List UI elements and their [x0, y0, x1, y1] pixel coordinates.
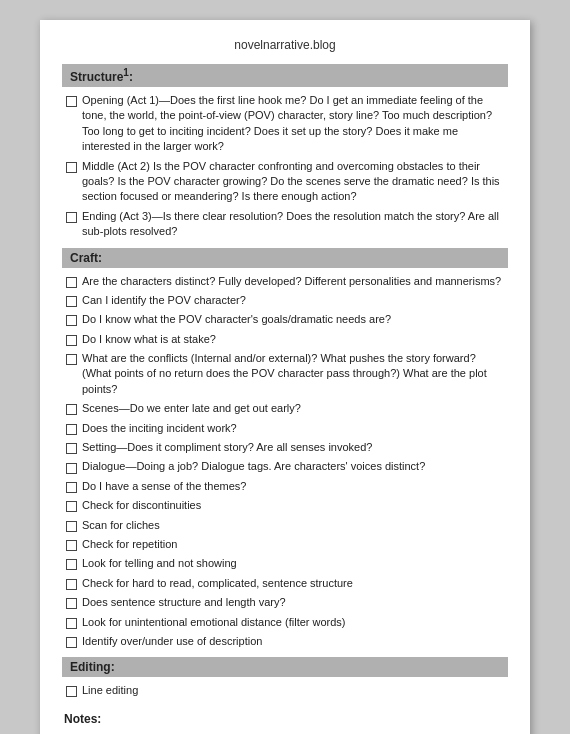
structure-label: Structure1:: [70, 70, 133, 84]
checkbox-cell[interactable]: [62, 535, 80, 554]
text-cell: Check for discontinuities: [80, 496, 508, 515]
table-row: Does sentence structure and length vary?: [62, 593, 508, 612]
checkbox-cell[interactable]: [62, 613, 80, 632]
craft-table: Are the characters distinct? Fully devel…: [62, 272, 508, 652]
text-cell: Dialogue—Doing a job? Dialogue tags. Are…: [80, 457, 508, 476]
checkbox-cell[interactable]: [62, 496, 80, 515]
table-row: Check for hard to read, complicated, sen…: [62, 574, 508, 593]
table-row: Do I have a sense of the themes?: [62, 477, 508, 496]
checkbox-icon[interactable]: [66, 618, 77, 629]
checkbox-icon[interactable]: [66, 579, 77, 590]
text-cell: Ending (Act 3)—Is there clear resolution…: [80, 207, 508, 242]
checkbox-icon[interactable]: [66, 335, 77, 346]
table-row: Look for telling and not showing: [62, 554, 508, 573]
checkbox-cell[interactable]: [62, 419, 80, 438]
table-row: Scenes—Do we enter late and get out earl…: [62, 399, 508, 418]
text-cell: Do I know what is at stake?: [80, 330, 508, 349]
checkbox-icon[interactable]: [66, 212, 77, 223]
table-row: Does the inciting incident work?: [62, 419, 508, 438]
checkbox-icon[interactable]: [66, 277, 77, 288]
structure-header: Structure1:: [62, 64, 508, 87]
craft-header: Craft:: [62, 248, 508, 268]
checkbox-cell[interactable]: [62, 291, 80, 310]
editing-header: Editing:: [62, 657, 508, 677]
notes-label: Notes:: [62, 707, 122, 730]
checkbox-icon[interactable]: [66, 482, 77, 493]
text-cell: Does sentence structure and length vary?: [80, 593, 508, 612]
text-cell: Do I know what the POV character's goals…: [80, 310, 508, 329]
table-row: Do I know what the POV character's goals…: [62, 310, 508, 329]
text-cell: Are the characters distinct? Fully devel…: [80, 272, 508, 291]
editing-table: Line editing: [62, 681, 508, 700]
table-row: Identify over/under use of description: [62, 632, 508, 651]
checkbox-cell[interactable]: [62, 632, 80, 651]
checkbox-cell[interactable]: [62, 438, 80, 457]
checkbox-icon[interactable]: [66, 296, 77, 307]
checkbox-cell[interactable]: [62, 477, 80, 496]
checkbox-cell[interactable]: [62, 593, 80, 612]
structure-table: Opening (Act 1)—Does the first line hook…: [62, 91, 508, 242]
page: novelnarrative.blog Structure1: Opening …: [40, 20, 530, 734]
checkbox-icon[interactable]: [66, 521, 77, 532]
checkbox-cell[interactable]: [62, 457, 80, 476]
table-row: What are the conflicts (Internal and/or …: [62, 349, 508, 399]
text-cell: Check for hard to read, complicated, sen…: [80, 574, 508, 593]
table-row: Setting—Does it compliment story? Are al…: [62, 438, 508, 457]
checkbox-cell[interactable]: [62, 91, 80, 157]
checkbox-cell[interactable]: [62, 399, 80, 418]
checkbox-cell[interactable]: [62, 272, 80, 291]
text-cell: Look for telling and not showing: [80, 554, 508, 573]
table-row: Dialogue—Doing a job? Dialogue tags. Are…: [62, 457, 508, 476]
checkbox-icon[interactable]: [66, 424, 77, 435]
text-cell: Identify over/under use of description: [80, 632, 508, 651]
checkbox-icon[interactable]: [66, 559, 77, 570]
table-row: Line editing: [62, 681, 508, 700]
text-cell: Scenes—Do we enter late and get out earl…: [80, 399, 508, 418]
checkbox-icon[interactable]: [66, 686, 77, 697]
table-row: Check for repetition: [62, 535, 508, 554]
checkbox-icon[interactable]: [66, 443, 77, 454]
table-row: Middle (Act 2) Is the POV character conf…: [62, 157, 508, 207]
checkbox-cell[interactable]: [62, 516, 80, 535]
checkbox-cell[interactable]: [62, 310, 80, 329]
checkbox-cell[interactable]: [62, 330, 80, 349]
checkbox-icon[interactable]: [66, 463, 77, 474]
text-cell: What are the conflicts (Internal and/or …: [80, 349, 508, 399]
checkbox-icon[interactable]: [66, 354, 77, 365]
checkbox-icon[interactable]: [66, 315, 77, 326]
text-cell: Line editing: [80, 681, 508, 700]
checkbox-icon[interactable]: [66, 162, 77, 173]
craft-label: Craft:: [70, 251, 102, 265]
checkbox-icon[interactable]: [66, 404, 77, 415]
table-row: Check for discontinuities: [62, 496, 508, 515]
table-row: Can I identify the POV character?: [62, 291, 508, 310]
checkbox-cell[interactable]: [62, 207, 80, 242]
text-cell: Look for unintentional emotional distanc…: [80, 613, 508, 632]
table-row: Opening (Act 1)—Does the first line hook…: [62, 91, 508, 157]
checkbox-cell[interactable]: [62, 574, 80, 593]
table-row: Do I know what is at stake?: [62, 330, 508, 349]
text-cell: Middle (Act 2) Is the POV character conf…: [80, 157, 508, 207]
checkbox-cell[interactable]: [62, 349, 80, 399]
table-row: Are the characters distinct? Fully devel…: [62, 272, 508, 291]
checkbox-cell[interactable]: [62, 554, 80, 573]
checkbox-cell[interactable]: [62, 157, 80, 207]
text-cell: Opening (Act 1)—Does the first line hook…: [80, 91, 508, 157]
checkbox-icon[interactable]: [66, 540, 77, 551]
text-cell: Do I have a sense of the themes?: [80, 477, 508, 496]
text-cell: Setting—Does it compliment story? Are al…: [80, 438, 508, 457]
table-row: Look for unintentional emotional distanc…: [62, 613, 508, 632]
text-cell: Check for repetition: [80, 535, 508, 554]
checkbox-icon[interactable]: [66, 501, 77, 512]
editing-label: Editing:: [70, 660, 115, 674]
notes-table: Notes:: [62, 707, 508, 730]
table-row: Scan for cliches: [62, 516, 508, 535]
checkbox-icon[interactable]: [66, 96, 77, 107]
table-row: Ending (Act 3)—Is there clear resolution…: [62, 207, 508, 242]
text-cell: Does the inciting incident work?: [80, 419, 508, 438]
checkbox-icon[interactable]: [66, 637, 77, 648]
checkbox-cell[interactable]: [62, 681, 80, 700]
checkbox-icon[interactable]: [66, 598, 77, 609]
text-cell: Scan for cliches: [80, 516, 508, 535]
site-title: novelnarrative.blog: [62, 38, 508, 52]
